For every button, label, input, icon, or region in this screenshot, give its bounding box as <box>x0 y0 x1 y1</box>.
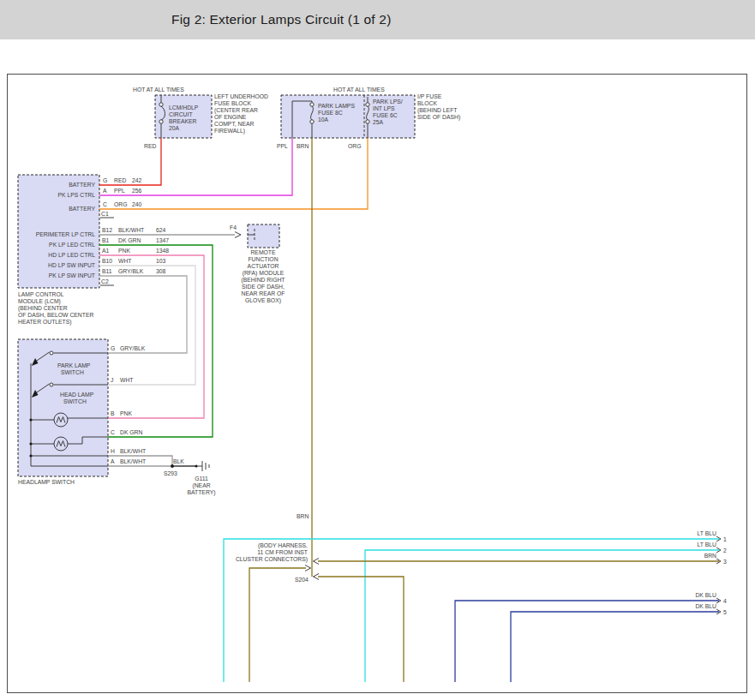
fuse2-contact-bottom <box>366 120 369 123</box>
figure-header: Fig 2: Exterior Lamps Circuit (1 of 2) <box>0 0 755 39</box>
park-switch-contact <box>50 351 53 355</box>
lcm-circuit-number: 1347 <box>156 237 169 243</box>
edge-wire-number: 2 <box>723 547 727 553</box>
edge-wire-label: LT BLU <box>698 530 717 536</box>
blk-wire-label: BLK <box>173 458 184 464</box>
edge-wire-label: LT BLU <box>698 541 717 547</box>
edge-wire-number: 1 <box>723 536 727 542</box>
edge-wire-label: BRN <box>704 553 716 559</box>
lcm-pin: C <box>103 201 107 207</box>
lcm-pin: A <box>103 188 107 194</box>
f4-connector-label: F4 <box>230 224 237 230</box>
wire-pnk-1348 <box>99 255 204 418</box>
harness-note-line: CLUSTER CONNECTORS) <box>236 556 308 563</box>
fuse1-contact-top <box>310 103 314 106</box>
breaker-name-line: LCM/HDLP <box>169 105 199 111</box>
fusebox-location-line: SIDE OF DASH) <box>417 114 460 121</box>
park-switch-label-line: PARK LAMP <box>57 362 91 368</box>
fuse1-contact-bottom <box>310 120 314 123</box>
fuse2-line: FUSE 6C <box>373 112 398 118</box>
lcm-connector-c2: C2 <box>101 278 109 284</box>
edge-wire-number: 3 <box>723 559 727 565</box>
switch-pin: B <box>111 410 115 416</box>
rfa-box <box>248 224 279 248</box>
ground-label-line: (NEAR <box>192 482 210 489</box>
brn-run-label: BRN <box>297 513 309 519</box>
wire-brn-branch-right <box>318 577 404 682</box>
lcm-circuit-number: 256 <box>132 188 142 194</box>
fuse1-line: PARK LAMPS <box>318 103 355 109</box>
breaker-location-line: OF ENGINE <box>214 114 247 120</box>
lcm-circuit-number: 242 <box>132 177 142 183</box>
lcm-circuit-number: 240 <box>132 201 142 207</box>
rfa-caption-line: (BEHIND RIGHT <box>242 277 285 284</box>
lcm-circuit-number: 624 <box>156 227 166 233</box>
red-wire-label: RED <box>144 143 156 149</box>
module-boxes <box>18 95 415 476</box>
lcm-circuit-number: 103 <box>156 258 166 264</box>
edge-wire-number: 4 <box>723 598 727 604</box>
breaker-hot-label: HOT AT ALL TIMES <box>133 87 184 93</box>
lcm-wire-color: DK GRN <box>118 237 141 243</box>
figure-title: Fig 2: Exterior Lamps Circuit (1 of 2) <box>171 12 392 27</box>
switch-wire-color: BLK/WHT <box>120 448 146 454</box>
ppl-wire-label: PPL <box>277 143 288 149</box>
lcm-function: BATTERY <box>69 206 95 212</box>
lcm-wire-color: PPL <box>114 188 125 194</box>
edge-wire-label: DK BLU <box>695 603 716 609</box>
head-switch-contact <box>50 383 53 386</box>
lcm-function: PK LP LED CTRL <box>49 242 95 248</box>
headlamp-switch-caption: HEADLAMP SWITCH <box>18 479 75 485</box>
fusebox-hot-label: HOT AT ALL TIMES <box>333 87 385 93</box>
breaker-location-line: (CENTER REAR <box>214 107 258 114</box>
lcm-function: BATTERY <box>69 182 95 188</box>
rfa-caption-line: GLOVE BOX) <box>245 297 281 304</box>
lcm-caption-line: MODULE (LCM) <box>18 298 61 305</box>
breaker-location-line: FUSE BLOCK <box>214 100 252 106</box>
wire-brn-branch-left <box>249 568 306 682</box>
fuse2-line: 25A <box>373 119 384 125</box>
lcm-pin: A1 <box>102 248 110 254</box>
breaker-contact-top <box>159 103 163 106</box>
fuse1-line: 10A <box>318 117 329 123</box>
rfa-caption-line: REMOTE <box>250 249 276 255</box>
breaker-contact-bottom <box>159 120 163 123</box>
lcm-pin: G <box>103 177 107 183</box>
s293-splice-label: S293 <box>164 470 177 476</box>
breaker-name-line: 20A <box>169 125 180 131</box>
bus-junction-3 <box>29 454 32 457</box>
page: Fig 2: Exterior Lamps Circuit (1 of 2) <box>0 0 755 700</box>
rfa-caption-line: FUNCTION <box>248 256 278 262</box>
switch-pin: H <box>111 448 115 454</box>
wire-ppl-256 <box>99 138 292 195</box>
edge-wire-number: 5 <box>723 609 727 615</box>
breaker-location-line: COMPT, NEAR <box>214 121 255 127</box>
bus-junction-1 <box>29 418 32 421</box>
fuse1-line: FUSE 8C <box>318 110 343 116</box>
switch-pin: G <box>111 345 115 351</box>
wire-gryblk-308 <box>99 276 187 353</box>
wire-org-240 <box>99 138 368 209</box>
lcm-function: HD LP LED CTRL <box>48 252 95 258</box>
wire-dkblu-5 <box>511 612 719 682</box>
wiring-diagram-canvas: HOT AT ALL TIMES LCM/HDLP CIRCUIT BREAKE… <box>7 74 747 693</box>
ground-label-line: G111 <box>195 476 208 482</box>
head-switch-label-line: SWITCH <box>63 398 87 404</box>
lcm-wire-color: WHT <box>118 258 131 264</box>
fuse2-contact-top <box>366 103 369 106</box>
park-switch-label-line: SWITCH <box>61 369 84 375</box>
breaker-name-line: CIRCUIT <box>169 111 193 117</box>
lcm-function: PK LP SW INPUT <box>49 272 95 278</box>
switch-wire-color: BLK/WHT <box>120 458 146 464</box>
wire-dkblu-4 <box>455 601 719 682</box>
fuse2-line: PARK LPS/ <box>373 99 403 105</box>
wire-ltblu-2 <box>365 550 719 682</box>
lcm-pin: B12 <box>102 227 112 233</box>
wires <box>99 138 719 682</box>
lcm-function: PERIMETER LP CTRL <box>36 231 96 237</box>
lcm-wire-color: GRY/BLK <box>118 268 144 274</box>
lcm-circuit-number: 1348 <box>156 248 169 254</box>
f4-connector-arrow <box>235 232 241 238</box>
lcm-function: HD LP SW INPUT <box>48 262 95 268</box>
switch-pin: C <box>111 429 115 435</box>
